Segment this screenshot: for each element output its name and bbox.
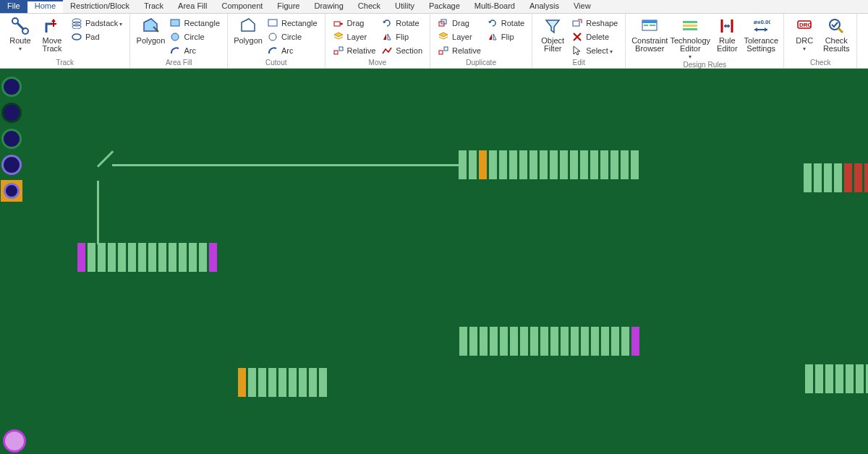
ribbon: Route ▾ MoveTrack Padstack Pad Track (0, 14, 868, 69)
cutout-polygon-label: Polygon (234, 37, 263, 45)
svg-rect-22 (683, 21, 697, 23)
move-track-button[interactable]: MoveTrack (36, 15, 68, 53)
svg-rect-16 (444, 47, 448, 51)
layer-via-3[interactable] (1, 129, 22, 149)
constraint-browser-button[interactable]: ConstraintBrowser (630, 15, 669, 53)
group-track-title: Track (0, 59, 129, 68)
component-u6[interactable] (805, 364, 868, 393)
component-u5[interactable] (238, 368, 327, 397)
move-drag-button[interactable]: Drag (330, 17, 379, 30)
dup-flip-button[interactable]: Flip (484, 30, 527, 43)
pcb-canvas[interactable] (0, 69, 868, 454)
menu-multi-board[interactable]: Multi-Board (467, 0, 522, 13)
component-u4[interactable] (459, 327, 639, 356)
layer-via-1[interactable] (1, 77, 22, 97)
reshape-button[interactable]: Reshape (569, 17, 621, 30)
cutout-arc-button[interactable]: Arc (264, 44, 320, 57)
group-duplicate: Drag Layer Relative Rotate Flip Duplicat… (430, 14, 532, 68)
dup-flip-label: Flip (501, 33, 514, 41)
check-results-icon (827, 17, 846, 35)
menu-home[interactable]: Home (27, 0, 63, 13)
rule-editor-button[interactable]: RuleEditor (711, 15, 743, 53)
component-u3[interactable] (77, 243, 217, 272)
move-relative-button[interactable]: Relative (330, 44, 379, 57)
move-section-button[interactable]: Section (378, 44, 425, 57)
move-layer-button[interactable]: Layer (330, 30, 379, 43)
component-u2[interactable] (804, 163, 868, 192)
menu-view[interactable]: View (566, 0, 598, 13)
dup-rotate-button[interactable]: Rotate (484, 17, 527, 30)
dup-layer-button[interactable]: Layer (435, 30, 484, 43)
move-relative-label: Relative (347, 46, 376, 55)
cursor-marker[interactable] (3, 429, 26, 453)
areafill-rectangle-button[interactable]: Rectangle (166, 17, 223, 30)
track-seg-vert[interactable] (97, 181, 99, 244)
component-u1[interactable] (459, 150, 639, 179)
menu-utility[interactable]: Utility (388, 0, 422, 13)
rule-editor-label: RuleEditor (717, 37, 738, 53)
group-area-fill-title: Area Fill (130, 59, 227, 68)
track-seg-horiz[interactable] (112, 164, 459, 166)
svg-rect-17 (573, 21, 579, 26)
delete-button[interactable]: Delete (569, 30, 621, 43)
object-filter-button[interactable]: ObjectFilter (537, 15, 569, 53)
layer-via-5-selected[interactable] (1, 180, 22, 202)
group-move-title: Move (326, 59, 430, 68)
svg-rect-24 (683, 28, 697, 30)
rectangle-cutout-icon (267, 17, 278, 29)
select-button[interactable]: Select (569, 44, 621, 57)
padstack-button[interactable]: Padstack (68, 17, 125, 30)
menu-figure[interactable]: Figure (270, 0, 307, 13)
move-rotate-button[interactable]: Rotate (378, 17, 425, 30)
menu-check[interactable]: Check (351, 0, 388, 13)
group-duplicate-title: Duplicate (430, 59, 532, 68)
constraint-browser-label: ConstraintBrowser (631, 37, 668, 53)
areafill-arc-button[interactable]: Arc (166, 44, 223, 57)
dup-rotate-label: Rotate (501, 19, 524, 27)
flip-copy-icon (487, 31, 498, 43)
svg-rect-20 (644, 25, 648, 26)
route-button[interactable]: Route ▾ (4, 15, 36, 53)
cutout-polygon-button[interactable]: Polygon (232, 15, 264, 45)
menu-package[interactable]: Package (422, 0, 467, 13)
check-results-button[interactable]: CheckResults (820, 15, 852, 53)
move-section-label: Section (396, 46, 422, 55)
cutout-circle-button[interactable]: Circle (264, 30, 320, 43)
menu-analysis[interactable]: Analysis (522, 0, 566, 13)
drc-button[interactable]: DRC DRC ▾ (788, 15, 820, 53)
delete-label: Delete (586, 33, 609, 41)
tolerance-settings-button[interactable]: ⌀±0.00 ToleranceSettings (743, 15, 779, 53)
dup-drag-button[interactable]: Drag (435, 17, 484, 30)
move-track-icon (43, 17, 61, 35)
menu-track[interactable]: Track (137, 0, 171, 13)
svg-point-28 (830, 20, 840, 30)
technology-editor-button[interactable]: TechnologyEditor ▾ (669, 15, 711, 61)
layer-via-2[interactable] (1, 103, 22, 123)
svg-rect-19 (642, 20, 657, 23)
areafill-circle-button[interactable]: Circle (166, 30, 223, 43)
check-results-label: CheckResults (823, 37, 850, 53)
layer-via-4[interactable] (1, 155, 22, 175)
menu-restriction-block[interactable]: Restriction/Block (63, 0, 137, 13)
track-seg-diag[interactable] (97, 150, 114, 167)
rotate-icon (381, 17, 393, 29)
svg-rect-8 (268, 20, 277, 26)
svg-text:DRC: DRC (799, 22, 812, 28)
menu-drawing[interactable]: Drawing (307, 0, 351, 13)
rotate-copy-icon (487, 17, 498, 29)
svg-rect-6 (171, 20, 179, 26)
svg-point-7 (171, 33, 179, 40)
dup-relative-button[interactable]: Relative (435, 44, 484, 57)
menu-file[interactable]: File (0, 0, 27, 13)
cutout-arc-label: Arc (281, 46, 294, 55)
areafill-polygon-button[interactable]: Polygon (135, 15, 166, 45)
menu-area-fill[interactable]: Area Fill (171, 0, 214, 13)
technology-editor-icon (681, 17, 699, 35)
rectangle-fill-icon (169, 17, 181, 29)
svg-point-1 (22, 28, 28, 34)
menu-component[interactable]: Component (214, 0, 270, 13)
pad-button[interactable]: Pad (68, 30, 125, 43)
cutout-rectangle-button[interactable]: Rectangle (264, 17, 320, 30)
move-flip-button[interactable]: Flip (378, 30, 425, 43)
group-area-fill: Polygon Rectangle Circle Arc Area Fill (130, 14, 228, 68)
